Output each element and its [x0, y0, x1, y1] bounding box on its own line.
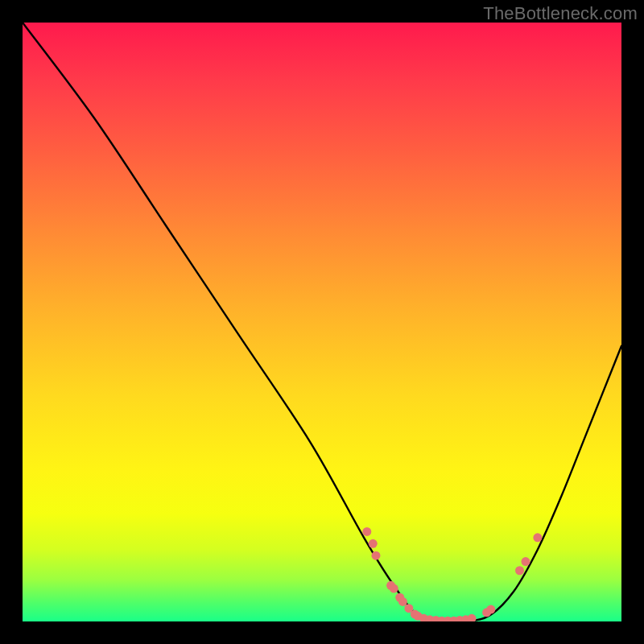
chart-frame: TheBottleneck.com — [0, 0, 644, 644]
bottleneck-curve-svg — [23, 23, 621, 621]
curve-marker — [398, 597, 407, 606]
curve-marker — [371, 551, 380, 560]
curve-marker — [521, 557, 530, 566]
curve-marker — [362, 527, 371, 536]
bottleneck-curve — [23, 23, 621, 621]
curve-marker — [515, 566, 524, 575]
curve-marker — [390, 584, 398, 593]
curve-markers — [362, 527, 542, 621]
watermark-text: TheBottleneck.com — [483, 3, 638, 24]
plot-area — [23, 23, 621, 621]
curve-marker — [468, 614, 477, 621]
curve-marker — [533, 533, 542, 542]
curve-marker — [369, 539, 378, 548]
curve-marker — [486, 605, 495, 614]
